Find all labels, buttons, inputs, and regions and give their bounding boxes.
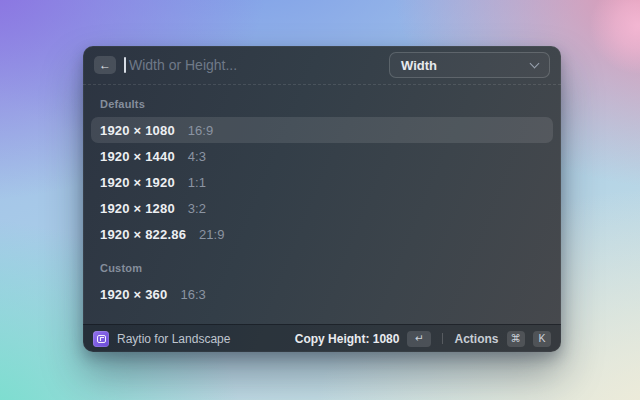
- app-name-label: Raytio for Landscape: [117, 332, 230, 346]
- list-item[interactable]: 1920 × 12803:2: [91, 195, 553, 221]
- ratio-label: 3:2: [188, 201, 206, 216]
- dimension-label: 1920 × 360: [100, 287, 167, 302]
- dimension-label: 1920 × 1080: [100, 123, 175, 138]
- back-arrow-icon: ←: [99, 59, 111, 71]
- list-item[interactable]: 1920 × 822.8621:9: [91, 221, 553, 247]
- actions-button[interactable]: Actions: [454, 332, 498, 346]
- list-item[interactable]: 1920 × 108016:9: [91, 117, 553, 143]
- section-label: Defaults: [91, 90, 553, 117]
- list-item[interactable]: 1920 × 19201:1: [91, 169, 553, 195]
- crop-frame-icon: [97, 335, 106, 343]
- ratio-label: 16:9: [188, 123, 213, 138]
- section-label: Custom: [91, 254, 553, 281]
- list-item[interactable]: 1920 × 36016:3: [91, 281, 553, 307]
- search-bar: ← Width or Height... Width: [83, 46, 561, 85]
- dropdown-selected-value: Width: [401, 58, 437, 73]
- dimension-label: 1920 × 1280: [100, 201, 175, 216]
- status-bar: Raytio for Landscape Copy Height: 1080 ↵…: [83, 324, 561, 352]
- list-section: Custom1920 × 36016:3: [91, 254, 553, 307]
- dimension-label: 1920 × 1920: [100, 175, 175, 190]
- dimension-label: 1920 × 1440: [100, 149, 175, 164]
- list-section: Defaults1920 × 108016:91920 × 14404:3192…: [91, 90, 553, 247]
- ratio-label: 4:3: [188, 149, 206, 164]
- launcher-window: ← Width or Height... Width Defaults1920 …: [83, 46, 561, 352]
- mode-dropdown[interactable]: Width: [389, 52, 550, 78]
- dimension-label: 1920 × 822.86: [100, 227, 186, 242]
- k-key-icon: K: [533, 331, 551, 347]
- command-key-icon: ⌘: [507, 331, 526, 347]
- footer-divider: [442, 333, 443, 344]
- back-button[interactable]: ←: [94, 56, 116, 74]
- raytio-app-icon: [93, 331, 109, 347]
- text-cursor: [124, 57, 126, 73]
- list-item[interactable]: 1920 × 14404:3: [91, 143, 553, 169]
- primary-action-label[interactable]: Copy Height: 1080: [295, 332, 400, 346]
- ratio-label: 16:3: [180, 287, 205, 302]
- results-list: Defaults1920 × 108016:91920 × 14404:3192…: [83, 85, 561, 312]
- return-key-icon: ↵: [407, 331, 431, 347]
- search-input[interactable]: Width or Height...: [129, 57, 389, 73]
- ratio-label: 1:1: [188, 175, 206, 190]
- ratio-label: 21:9: [199, 227, 224, 242]
- chevron-down-icon: [530, 58, 540, 68]
